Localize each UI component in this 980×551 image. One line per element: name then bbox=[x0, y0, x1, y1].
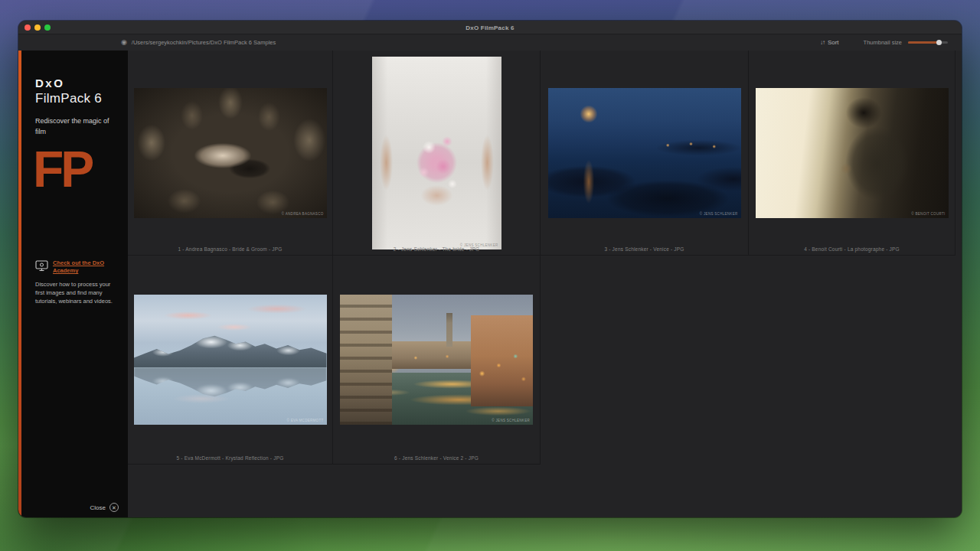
window-content: DxO FilmPack 6 Rediscover the magic of f… bbox=[18, 51, 962, 517]
sort-arrows-icon: ↓↑ bbox=[820, 39, 825, 46]
source-folder-icon: ◉ bbox=[121, 39, 127, 46]
product-name: FilmPack 6 bbox=[35, 91, 122, 106]
thumbnail-caption: 3 - Jens Schlenker - Venice - JPG bbox=[541, 246, 748, 252]
thumbnail-size-thumb[interactable] bbox=[936, 40, 942, 45]
accent-stripe bbox=[18, 51, 21, 517]
thumbnail-the-bride[interactable]: © JENS SCHLENKER bbox=[372, 57, 501, 249]
gallery-cell: © ANDREA BAGNASCO 1 - Andrea Bagnasco - … bbox=[128, 51, 333, 256]
gallery-cell: © JENS SCHLENKER 3 - Jens Schlenker - Ve… bbox=[541, 51, 749, 256]
thumbnail-size-fill bbox=[908, 41, 939, 44]
thumbnail-size-slider[interactable] bbox=[908, 41, 948, 44]
app-window: DxO FilmPack 6 ◉ /Users/sergeykochkin/Pi… bbox=[18, 21, 962, 517]
gallery-cell: © JENS SCHLENKER 2 - Jens Schlenker - Th… bbox=[333, 51, 541, 256]
thumbnail-bride-groom[interactable]: © ANDREA BAGNASCO bbox=[134, 88, 327, 218]
academy-description: Discover how to process your first image… bbox=[35, 280, 119, 306]
thumbnail-venice-2[interactable]: © JENS SCHLENKER bbox=[340, 295, 533, 425]
buildings-right-shape bbox=[471, 315, 533, 406]
source-path: /Users/sergeykochkin/Pictures/DxO FilmPa… bbox=[132, 39, 276, 46]
palazzo-left-shape bbox=[340, 295, 392, 425]
thumbnail-caption: 5 - Eva McDermott - Krystad Reflection -… bbox=[128, 455, 332, 461]
photo-watermark: © EVA MCDERMOTT bbox=[287, 419, 324, 422]
dxo-logo: DxO bbox=[35, 77, 122, 90]
sort-label: Sort bbox=[828, 39, 839, 46]
photo-watermark: © JENS SCHLENKER bbox=[492, 419, 530, 422]
monitor-icon bbox=[35, 260, 48, 275]
thumbnail-venice[interactable]: © JENS SCHLENKER bbox=[548, 88, 741, 218]
toolbar-right: ↓↑ Sort Thumbnail size bbox=[820, 39, 948, 46]
tagline: Rediscover the magic of film bbox=[35, 116, 112, 138]
thumbnail-caption: 6 - Jens Schlenker - Venice 2 - JPG bbox=[333, 455, 540, 461]
academy-section: Check out the DxO Academy Discover how t… bbox=[35, 259, 122, 306]
sidebar: DxO FilmPack 6 Rediscover the magic of f… bbox=[18, 51, 128, 517]
bell-tower-shape bbox=[446, 313, 453, 347]
close-label: Close bbox=[90, 504, 106, 511]
academy-link[interactable]: Check out the DxO Academy bbox=[53, 259, 122, 276]
thumbnail-caption: 1 - Andrea Bagnasco - Bride & Groom - JP… bbox=[128, 246, 332, 252]
mountain-shape bbox=[134, 334, 327, 367]
photo-watermark: © BENOIT COURTI bbox=[911, 212, 945, 216]
thumbnail-size-label: Thumbnail size bbox=[864, 39, 902, 46]
gallery-cell: © JENS SCHLENKER 6 - Jens Schlenker - Ve… bbox=[333, 256, 541, 465]
thumbnail-krystad-reflection[interactable]: © EVA MCDERMOTT bbox=[134, 295, 327, 425]
photo-watermark: © ANDREA BAGNASCO bbox=[282, 212, 324, 216]
thumbnail-la-photographe[interactable]: © BENOIT COURTI bbox=[756, 88, 949, 218]
buildings-shape bbox=[392, 341, 471, 369]
gallery-grid: © ANDREA BAGNASCO 1 - Andrea Bagnasco - … bbox=[128, 51, 962, 517]
gallery-cell: © BENOIT COURTI 4 - Benoit Courti - La p… bbox=[749, 51, 956, 256]
mountain-reflection-shape bbox=[134, 367, 327, 399]
thumbnail-caption: 4 - Benoit Courti - La photographe - JPG bbox=[749, 246, 955, 252]
window-title: DxO FilmPack 6 bbox=[18, 21, 962, 34]
fp-monogram: FP bbox=[33, 145, 122, 194]
title-bar: DxO FilmPack 6 bbox=[18, 21, 962, 34]
thumbnail-caption: 2 - Jens Schlenker - The bride - JPG bbox=[333, 246, 540, 252]
gallery-cell: © EVA MCDERMOTT 5 - Eva McDermott - Krys… bbox=[128, 256, 333, 465]
toolbar: ◉ /Users/sergeykochkin/Pictures/DxO Film… bbox=[18, 34, 962, 51]
close-circle-icon: ✕ bbox=[109, 503, 119, 512]
close-button[interactable]: Close ✕ bbox=[90, 503, 119, 512]
source-folder-button[interactable]: ◉ /Users/sergeykochkin/Pictures/DxO Film… bbox=[121, 39, 276, 46]
photo-watermark: © JENS SCHLENKER bbox=[700, 212, 738, 216]
sort-button[interactable]: ↓↑ Sort bbox=[820, 39, 839, 46]
